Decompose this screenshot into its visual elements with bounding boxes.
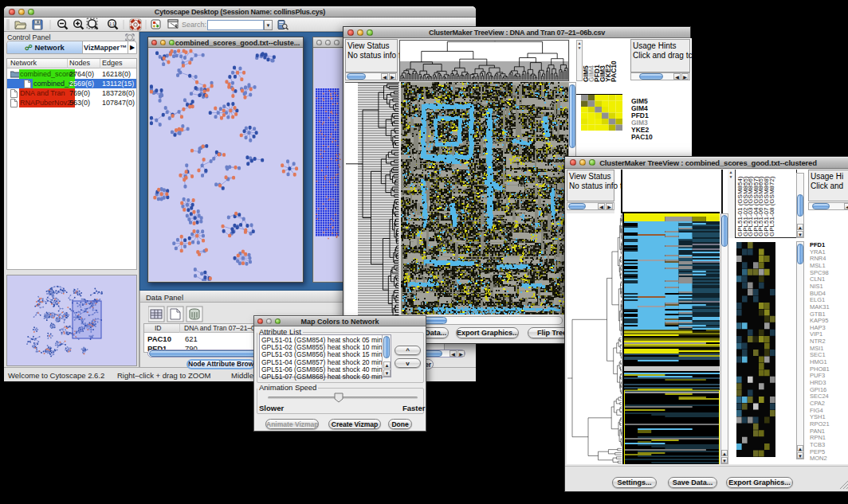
svg-text:PAC10: PAC10 xyxy=(610,61,618,82)
svg-text:1:1: 1:1 xyxy=(109,21,115,26)
svg-text:GPL51-08 (GSM872): GPL51-08 (GSM872) xyxy=(768,176,775,236)
